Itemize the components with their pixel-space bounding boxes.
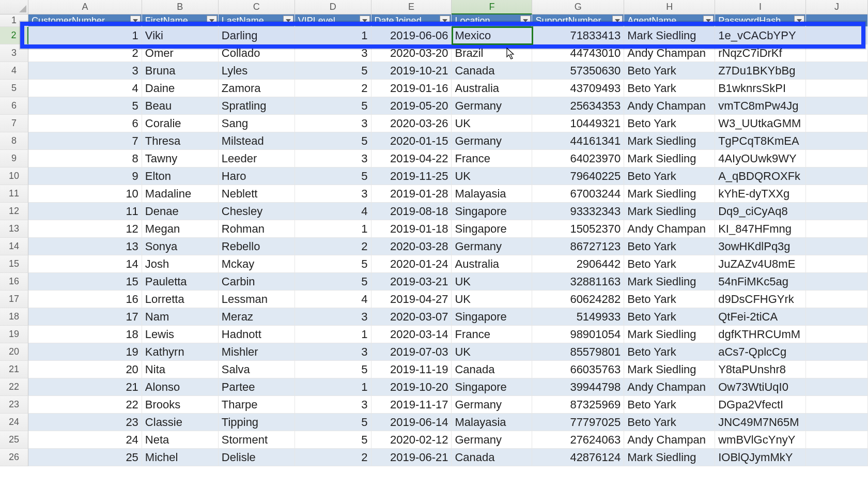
row-header-13[interactable]: 13 xyxy=(0,220,28,238)
cell[interactable]: 1 xyxy=(28,27,142,44)
cell[interactable]: 77797025 xyxy=(532,414,624,431)
cell[interactable]: 16 xyxy=(28,291,142,308)
cell[interactable]: Mark Siedling xyxy=(624,27,715,44)
cell[interactable]: UK xyxy=(452,115,532,132)
cell[interactable]: Beto Yark xyxy=(624,115,715,132)
filter-button[interactable] xyxy=(360,16,370,26)
cell[interactable] xyxy=(806,238,868,255)
cell[interactable]: kYhE-dyTXXg xyxy=(715,185,806,203)
cell[interactable]: 2019-10-20 xyxy=(371,378,452,396)
cell[interactable]: 27624063 xyxy=(532,431,624,449)
cell[interactable]: Australia xyxy=(452,255,532,273)
column-header-D[interactable]: D xyxy=(295,0,371,14)
row-header-17[interactable]: 17 xyxy=(0,291,28,308)
row-header-16[interactable]: 16 xyxy=(0,273,28,291)
column-header-H[interactable]: H xyxy=(624,0,715,14)
row-header-22[interactable]: 22 xyxy=(0,378,28,396)
cell[interactable]: 2019-05-20 xyxy=(371,97,452,115)
cell[interactable]: Salva xyxy=(219,361,295,378)
cell[interactable] xyxy=(806,167,868,185)
cell[interactable]: Beau xyxy=(142,97,219,115)
cell[interactable]: Carbin xyxy=(219,273,295,291)
cell[interactable]: 2019-06-06 xyxy=(371,27,452,44)
filter-button[interactable] xyxy=(283,16,293,26)
select-all-corner[interactable] xyxy=(0,0,28,14)
cell[interactable]: vmTC8mPw4Jg xyxy=(715,97,806,115)
cell[interactable]: 71833413 xyxy=(532,27,624,44)
cell[interactable]: 2020-03-28 xyxy=(371,238,452,255)
cell[interactable] xyxy=(806,378,868,396)
cell[interactable]: Coralie xyxy=(142,115,219,132)
row-header-20[interactable]: 20 xyxy=(0,343,28,361)
cell[interactable]: 2 xyxy=(295,80,371,97)
cell[interactable] xyxy=(806,220,868,238)
column-header-F[interactable]: F xyxy=(452,0,532,14)
cell[interactable]: 5 xyxy=(295,431,371,449)
cell[interactable]: Lewis xyxy=(142,326,219,343)
cell[interactable]: Elton xyxy=(142,167,219,185)
cell[interactable]: 1 xyxy=(295,378,371,396)
row-header-3[interactable]: 3 xyxy=(0,44,28,62)
cell[interactable]: dgfKTHRCUmM xyxy=(715,326,806,343)
cell[interactable]: Neblett xyxy=(219,185,295,203)
cell[interactable]: Madaline xyxy=(142,185,219,203)
cell[interactable]: Andy Champan xyxy=(624,44,715,62)
cell[interactable]: 2 xyxy=(295,238,371,255)
cell[interactable]: 11 xyxy=(28,203,142,220)
cell[interactable]: 2019-01-18 xyxy=(371,220,452,238)
cell[interactable]: 2906442 xyxy=(532,255,624,273)
cell[interactable]: 23 xyxy=(28,414,142,431)
cell[interactable]: Megan xyxy=(142,220,219,238)
cell[interactable]: France xyxy=(452,150,532,167)
cell[interactable]: Germany xyxy=(452,97,532,115)
cell[interactable]: Z7Du1BKYbBg xyxy=(715,62,806,80)
cell[interactable]: Lorretta xyxy=(142,291,219,308)
row-header-24[interactable]: 24 xyxy=(0,414,28,431)
cell[interactable]: 2 xyxy=(28,44,142,62)
row-header-23[interactable]: 23 xyxy=(0,396,28,414)
cell[interactable]: Mark Siedling xyxy=(624,361,715,378)
cell[interactable]: 10449321 xyxy=(532,115,624,132)
cell[interactable]: Chesley xyxy=(219,203,295,220)
cell[interactable]: 4AIyOUwk9WY xyxy=(715,150,806,167)
cell[interactable]: Leeder xyxy=(219,150,295,167)
cell[interactable]: Mark Siedling xyxy=(624,326,715,343)
cell[interactable]: 9 xyxy=(28,167,142,185)
cell[interactable]: 3owHKdlPq3g xyxy=(715,238,806,255)
cell[interactable]: 5 xyxy=(295,255,371,273)
header-cell[interactable]: PasswordHash xyxy=(715,14,806,27)
cell[interactable] xyxy=(806,291,868,308)
header-cell[interactable]: FirstName xyxy=(142,14,219,27)
cell[interactable]: Beto Yark xyxy=(624,396,715,414)
cell[interactable]: UK xyxy=(452,291,532,308)
cell[interactable]: Mishler xyxy=(219,343,295,361)
cell[interactable]: Mark Siedling xyxy=(624,449,715,466)
row-header-7[interactable]: 7 xyxy=(0,115,28,132)
cell[interactable]: Australia xyxy=(452,80,532,97)
column-header-E[interactable]: E xyxy=(371,0,452,14)
cell[interactable] xyxy=(806,132,868,150)
cell[interactable]: 39944798 xyxy=(532,378,624,396)
cell[interactable]: rNqzC7iDrKf xyxy=(715,44,806,62)
cell[interactable]: UK xyxy=(452,167,532,185)
row-header-26[interactable]: 26 xyxy=(0,449,28,466)
cell[interactable]: 44161341 xyxy=(532,132,624,150)
cell[interactable]: Germany xyxy=(452,238,532,255)
cell[interactable] xyxy=(806,80,868,97)
row-header-4[interactable]: 4 xyxy=(0,62,28,80)
cell[interactable]: 2020-03-07 xyxy=(371,308,452,326)
cell[interactable] xyxy=(806,326,868,343)
cell[interactable]: Tawny xyxy=(142,150,219,167)
cell[interactable]: aCs7-QplcCg xyxy=(715,343,806,361)
cell[interactable]: 2019-11-19 xyxy=(371,361,452,378)
cell[interactable]: Germany xyxy=(452,396,532,414)
cell[interactable] xyxy=(806,115,868,132)
cell[interactable]: W3_UUtkaGMM xyxy=(715,115,806,132)
cell[interactable]: Canada xyxy=(452,62,532,80)
cell[interactable]: 2019-06-21 xyxy=(371,449,452,466)
cell[interactable] xyxy=(806,44,868,62)
cell[interactable]: 5 xyxy=(295,361,371,378)
cell[interactable]: Andy Champan xyxy=(624,378,715,396)
column-header-C[interactable]: C xyxy=(219,0,295,14)
cell[interactable]: 2019-01-28 xyxy=(371,185,452,203)
